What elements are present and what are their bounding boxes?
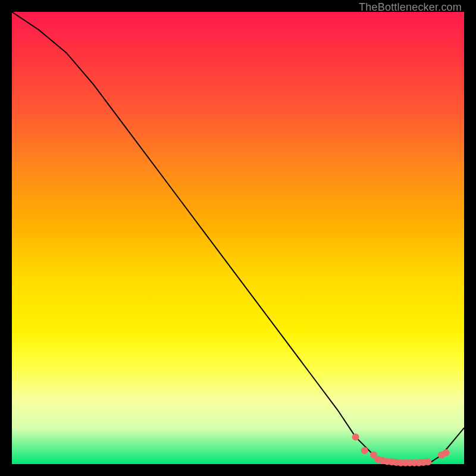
marker-point	[361, 447, 368, 454]
marker-group	[352, 433, 450, 466]
marker-point	[424, 458, 431, 465]
marker-point	[443, 449, 450, 456]
chart-stage: TheBottlenecker.com	[0, 0, 476, 476]
plot-area	[12, 12, 464, 464]
marker-point	[352, 433, 359, 440]
bottleneck-curve-line	[12, 12, 464, 464]
chart-svg	[12, 12, 464, 464]
